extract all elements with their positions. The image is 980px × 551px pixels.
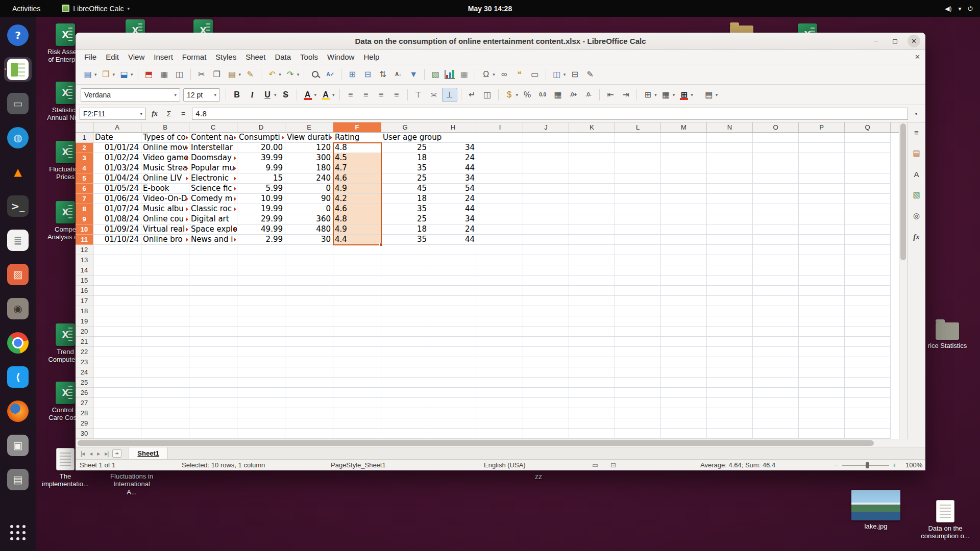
cell-N14[interactable] <box>707 265 753 276</box>
cell-A24[interactable] <box>93 367 141 378</box>
column-header-E[interactable]: E <box>285 122 333 132</box>
cell-L19[interactable] <box>615 316 661 327</box>
cell-K23[interactable] <box>569 357 615 367</box>
name-box[interactable]: F2:F11 ▾ <box>80 108 146 120</box>
cell-E13[interactable] <box>285 255 333 265</box>
functions-deck-icon[interactable]: fx <box>910 230 923 243</box>
cell-D26[interactable] <box>237 388 285 398</box>
cell-C8[interactable]: Classic roc <box>189 204 237 214</box>
cell-L12[interactable] <box>615 245 661 255</box>
cell-G17[interactable] <box>381 296 429 306</box>
cell-M19[interactable] <box>661 316 707 327</box>
cell-B20[interactable] <box>141 327 189 337</box>
menu-styles[interactable]: Styles <box>211 51 241 63</box>
cell-P4[interactable] <box>799 163 845 173</box>
cell-C19[interactable] <box>189 316 237 327</box>
cell-O13[interactable] <box>753 255 799 265</box>
cell-A5[interactable]: 01/04/24 <box>93 173 141 184</box>
date-format-button[interactable]: ▦ <box>551 88 565 102</box>
cell-H7[interactable]: 24 <box>429 194 477 204</box>
cell-M7[interactable] <box>661 194 707 204</box>
cell-D14[interactable] <box>237 265 285 276</box>
cell-C14[interactable] <box>189 265 237 276</box>
dock-app-grey-2[interactable]: ▣ <box>4 433 32 458</box>
cell-F11[interactable]: 4.4 <box>333 235 381 245</box>
cell-N12[interactable] <box>707 245 753 255</box>
cell-A17[interactable] <box>93 296 141 306</box>
cell-K17[interactable] <box>569 296 615 306</box>
cell-P7[interactable] <box>799 194 845 204</box>
column-header-N[interactable]: N <box>707 122 753 132</box>
zoom-slider-thumb[interactable] <box>866 462 869 468</box>
cell-K3[interactable] <box>569 153 615 163</box>
cell-H5[interactable]: 34 <box>429 173 477 184</box>
cell-L4[interactable] <box>615 163 661 173</box>
cell-O24[interactable] <box>753 367 799 378</box>
cell-J4[interactable] <box>523 163 569 173</box>
cell-E28[interactable] <box>285 408 333 418</box>
cell-H23[interactable] <box>429 357 477 367</box>
cell-O10[interactable] <box>753 224 799 235</box>
row-header-15[interactable]: 15 <box>76 276 93 286</box>
cell-Q24[interactable] <box>845 367 891 378</box>
wrap-text-button[interactable]: ↵ <box>465 88 479 102</box>
clock[interactable]: May 30 14:28 <box>468 5 512 13</box>
cell-P24[interactable] <box>799 367 845 378</box>
row-header-23[interactable]: 23 <box>76 357 93 367</box>
cell-A7[interactable]: 01/06/24 <box>93 194 141 204</box>
cell-J6[interactable] <box>523 184 569 194</box>
cell-G6[interactable]: 45 <box>381 184 429 194</box>
cell-G20[interactable] <box>381 327 429 337</box>
open-button[interactable]: ❒▾ <box>99 68 116 81</box>
cell-M15[interactable] <box>661 276 707 286</box>
cell-A3[interactable]: 01/02/24 <box>93 153 141 163</box>
align-right-button[interactable]: ≡ <box>374 88 388 102</box>
cell-N10[interactable] <box>707 224 753 235</box>
text-language[interactable]: English (USA) <box>484 461 526 469</box>
cell-A14[interactable] <box>93 265 141 276</box>
cell-F26[interactable] <box>333 388 381 398</box>
cell-A23[interactable] <box>93 357 141 367</box>
export-pdf-button[interactable]: ⬒ <box>142 68 156 81</box>
row-header-22[interactable]: 22 <box>76 347 93 357</box>
cell-B4[interactable]: Music Strea <box>141 163 189 173</box>
sheet-tab-sheet1[interactable]: Sheet1 <box>129 447 168 460</box>
cell-E16[interactable] <box>285 286 333 296</box>
cell-E30[interactable] <box>285 429 333 439</box>
cell-H16[interactable] <box>429 286 477 296</box>
column-header-A[interactable]: A <box>93 122 141 132</box>
cell-N9[interactable] <box>707 214 753 224</box>
cell-D28[interactable] <box>237 408 285 418</box>
cell-C18[interactable] <box>189 306 237 316</box>
cell-E10[interactable]: 480 <box>285 224 333 235</box>
cell-C25[interactable] <box>189 378 237 388</box>
cell-K22[interactable] <box>569 347 615 357</box>
cell-C21[interactable] <box>189 337 237 347</box>
dock-app-document[interactable]: ≣ <box>4 228 32 253</box>
cell-O25[interactable] <box>753 378 799 388</box>
horizontal-scrollbar-thumb[interactable] <box>78 440 874 446</box>
column-header-L[interactable]: L <box>615 122 661 132</box>
cell-I23[interactable] <box>477 357 523 367</box>
dock-app-dark[interactable]: ▭ <box>4 91 32 116</box>
cell-H10[interactable]: 24 <box>429 224 477 235</box>
cell-O12[interactable] <box>753 245 799 255</box>
cell-L29[interactable] <box>615 418 661 429</box>
cell-B3[interactable]: Video game <box>141 153 189 163</box>
cell-O27[interactable] <box>753 398 799 408</box>
cell-N25[interactable] <box>707 378 753 388</box>
cell-O3[interactable] <box>753 153 799 163</box>
insert-chart-button[interactable] <box>444 69 456 80</box>
cell-D8[interactable]: 19.99 <box>237 204 285 214</box>
cell-A18[interactable] <box>93 306 141 316</box>
cell-D25[interactable] <box>237 378 285 388</box>
cell-N13[interactable] <box>707 255 753 265</box>
cell-M27[interactable] <box>661 398 707 408</box>
cell-F5[interactable]: 4.6 <box>333 173 381 184</box>
row-header-27[interactable]: 27 <box>76 398 93 408</box>
cell-O4[interactable] <box>753 163 799 173</box>
cell-C16[interactable] <box>189 286 237 296</box>
column-header-J[interactable]: J <box>523 122 569 132</box>
cell-Q13[interactable] <box>845 255 891 265</box>
cell-B22[interactable] <box>141 347 189 357</box>
